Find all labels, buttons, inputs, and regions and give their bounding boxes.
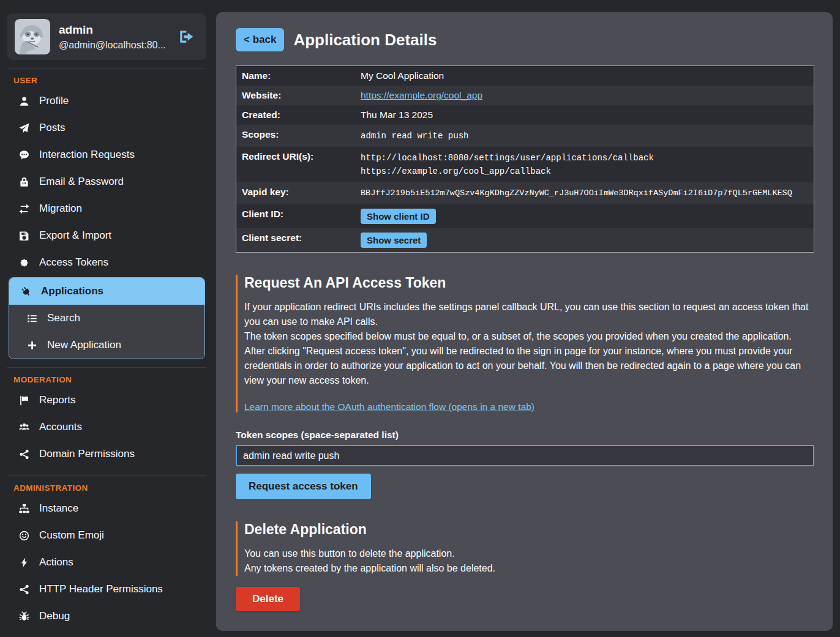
detail-row-redirect-uris: Redirect URI(s): http://localhost:8080/s…	[236, 147, 814, 182]
token-section: Request An API Access Token If your appl…	[236, 275, 814, 499]
sidebar-item-label: New Application	[47, 339, 121, 351]
sidebar-item-label: Interaction Requests	[39, 149, 135, 161]
sidebar-item-label: Export & Import	[39, 229, 111, 242]
users-icon	[19, 422, 29, 433]
bolt-icon	[19, 557, 29, 568]
detail-value: My Cool Application	[355, 66, 814, 86]
detail-label: Vapid key:	[236, 182, 356, 204]
delete-section-description: Delete Application You can use this butt…	[236, 521, 814, 576]
sitemap-icon	[19, 504, 29, 514]
sidebar-item-label: Reports	[39, 394, 76, 406]
sidebar-item-label: Profile	[39, 95, 69, 107]
detail-value: Thu Mar 13 2025	[355, 105, 814, 125]
sidebar-item-http-header-permissions[interactable]: HTTP Header Permissions	[7, 576, 206, 603]
delete-application-button[interactable]: Delete	[236, 587, 300, 611]
detail-label: Scopes:	[236, 125, 356, 147]
token-paragraph: If your application redirect URIs includ…	[244, 300, 814, 329]
sidebar-divider	[7, 475, 206, 476]
token-paragraph: After clicking "Request access token", y…	[244, 344, 814, 388]
page-title: Application Details	[293, 31, 437, 50]
sidebar-item-email-password[interactable]: Email & Password	[7, 168, 206, 195]
show-secret-button[interactable]: Show secret	[361, 233, 427, 248]
sidebar-item-applications[interactable]: Applications	[9, 278, 204, 305]
delete-paragraph: You can use this button to delete the ap…	[244, 546, 814, 561]
list-icon	[27, 313, 37, 324]
sidebar-divider	[7, 367, 206, 368]
sidebar-item-posts[interactable]: Posts	[7, 114, 206, 141]
delete-section-title: Delete Application	[244, 521, 814, 538]
detail-label: Client ID:	[236, 204, 356, 228]
sidebar-item-label: Custom Emoji	[39, 529, 104, 542]
sidebar-section-administration: ADMINISTRATION	[13, 483, 206, 493]
token-section-title: Request An API Access Token	[244, 275, 814, 291]
lock-icon	[19, 177, 29, 187]
sidebar-item-label: Actions	[39, 556, 73, 568]
applications-group: Applications Search New Application	[9, 277, 205, 359]
main-panel: < back Application Details Name: My Cool…	[216, 12, 833, 631]
flag-icon	[19, 395, 29, 406]
detail-label: Name:	[236, 66, 356, 86]
plug-icon	[21, 286, 31, 297]
oauth-docs-link[interactable]: Learn more about the OAuth authenticatio…	[244, 401, 534, 412]
transfer-arrows-icon	[19, 204, 29, 214]
sidebar-item-profile[interactable]: Profile	[7, 88, 206, 114]
sidebar-item-applications-search[interactable]: Search	[9, 305, 204, 332]
plus-icon	[27, 340, 37, 351]
sidebar-section-moderation: MODERATION	[13, 375, 206, 384]
applications-submenu: Search New Application	[9, 305, 204, 359]
display-name: admin	[59, 23, 170, 37]
sidebar-item-label: Domain Permissions	[39, 448, 135, 460]
back-button[interactable]: < back	[236, 28, 284, 51]
detail-row-vapid-key: Vapid key: BBJffJ219b5iE512m7wQSzv4KgKDh…	[236, 182, 814, 204]
redirect-uri: http://localhost:8080/settings/user/appl…	[361, 151, 808, 165]
sidebar-item-access-tokens[interactable]: Access Tokens	[7, 249, 206, 276]
detail-row-created: Created: Thu Mar 13 2025	[236, 105, 814, 125]
sidebar-item-label: Access Tokens	[39, 256, 108, 269]
certificate-icon	[19, 258, 29, 268]
sidebar-section-user: USER	[13, 76, 206, 85]
sidebar-item-interaction-requests[interactable]: Interaction Requests	[7, 141, 206, 168]
request-access-token-button[interactable]: Request access token	[236, 474, 371, 499]
smiley-icon	[19, 531, 29, 541]
show-client-id-button[interactable]: Show client ID	[361, 209, 436, 224]
website-link[interactable]: https://example.org/cool_app	[361, 90, 482, 100]
detail-row-scopes: Scopes: admin read write push	[236, 125, 814, 147]
sidebar-item-label: Migration	[39, 203, 82, 215]
sidebar-item-migration[interactable]: Migration	[7, 195, 206, 222]
sidebar-item-label: Debug	[39, 610, 70, 622]
sidebar-item-domain-permissions[interactable]: Domain Permissions	[7, 441, 206, 468]
user-handle: @admin@localhost:80...	[59, 40, 170, 51]
sidebar-item-new-application[interactable]: New Application	[9, 332, 204, 359]
sidebar-item-debug[interactable]: Debug	[7, 603, 206, 630]
floppy-disk-icon	[19, 231, 29, 241]
detail-label: Redirect URI(s):	[236, 147, 356, 182]
detail-value: BBJffJ219b5iE512m7wQSzv4KgKDhgZZVzNyWC_r…	[355, 182, 814, 204]
detail-value: admin read write push	[355, 125, 814, 147]
sidebar-item-accounts[interactable]: Accounts	[7, 414, 206, 441]
share-nodes-icon	[19, 449, 29, 460]
bug-icon	[19, 611, 29, 622]
sidebar-item-custom-emoji[interactable]: Custom Emoji	[7, 522, 206, 549]
delete-paragraph: Any tokens created by the application wi…	[244, 561, 814, 576]
application-details-table: Name: My Cool Application Website: https…	[236, 65, 814, 253]
user-names: admin @admin@localhost:80...	[59, 23, 170, 51]
sidebar-item-export-import[interactable]: Export & Import	[7, 222, 206, 249]
user-card[interactable]: admin @admin@localhost:80...	[7, 13, 206, 60]
token-scopes-input[interactable]	[236, 445, 814, 466]
detail-label: Website:	[236, 86, 356, 105]
sidebar-item-label: Email & Password	[39, 176, 124, 188]
sidebar-item-actions[interactable]: Actions	[7, 549, 206, 576]
token-scopes-label: Token scopes (space-separated list)	[236, 430, 814, 441]
detail-row-client-secret: Client secret: Show secret	[236, 228, 814, 253]
sign-out-icon[interactable]	[178, 29, 194, 45]
detail-row-client-id: Client ID: Show client ID	[236, 204, 814, 228]
sidebar-item-label: Posts	[39, 122, 66, 134]
user-icon	[19, 96, 29, 106]
paper-plane-icon	[19, 123, 29, 133]
sidebar: admin @admin@localhost:80... USER Profil…	[0, 0, 211, 637]
sidebar-divider	[7, 68, 206, 69]
sidebar-item-reports[interactable]: Reports	[7, 387, 206, 414]
sidebar-item-label: HTTP Header Permissions	[39, 583, 163, 595]
sidebar-item-instance[interactable]: Instance	[7, 495, 206, 522]
redirect-uri: https://example.org/cool_app/callback	[361, 165, 808, 178]
